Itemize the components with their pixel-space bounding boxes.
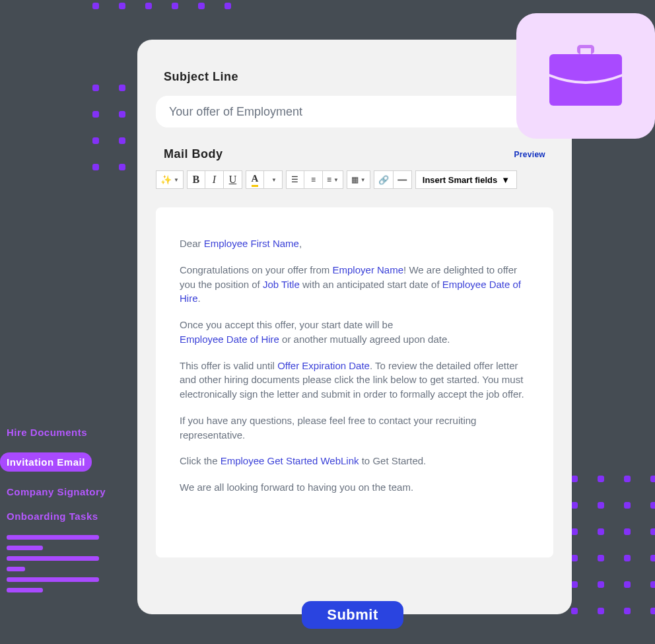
italic-button[interactable]: I (205, 170, 224, 189)
subject-input[interactable]: Your offer of Employment (156, 96, 559, 127)
insert-smart-fields-button[interactable]: Insert Smart fields ▼ (415, 170, 517, 189)
decorative-dots-right (571, 476, 655, 634)
mail-paragraph-5: Click the Employee Get Started WebLink t… (180, 454, 530, 468)
font-color-button[interactable]: A (246, 170, 264, 189)
decorative-dots-top (92, 3, 231, 29)
smart-field-employer-name: Employer Name (333, 264, 404, 275)
mail-paragraph-3: This offer is valid until Offer Expirati… (180, 359, 530, 402)
font-color-dropdown[interactable]: ▼ (264, 170, 283, 189)
smart-field-offer-expiration: Offer Expiration Date (277, 360, 370, 371)
submit-button[interactable]: Submit (302, 601, 403, 629)
numbered-list-icon: ≡ (311, 175, 316, 184)
smart-field-get-started-link: Employee Get Started WebLink (221, 455, 359, 466)
bullet-list-icon: ☰ (291, 175, 298, 184)
bold-button[interactable]: B (187, 170, 205, 189)
chevron-down-icon: ▼ (501, 175, 510, 185)
align-button[interactable]: ≡▼ (323, 170, 343, 189)
mail-body-editor[interactable]: Dear Employee First Name, Congratulation… (156, 207, 553, 557)
preview-link[interactable]: Preview (514, 150, 545, 159)
mail-greeting: Dear Employee First Name, (180, 236, 530, 251)
mail-paragraph-2: Once you accept this offer, your start d… (180, 318, 530, 347)
subject-line-label: Subject Line (164, 70, 545, 84)
numbered-list-button[interactable]: ≡ (304, 170, 323, 189)
table-button[interactable]: ▦▼ (347, 170, 370, 189)
sidebar-item-invitation-email[interactable]: Invitation Email (0, 452, 92, 472)
briefcase-card (516, 13, 655, 139)
table-icon: ▦ (351, 175, 359, 184)
sidebar-item-company-signatory[interactable]: Company Signatory (0, 482, 132, 501)
editor-toolbar: ✨▼ B I U A ▼ ☰ ≡ ≡▼ ▦▼ 🔗 — Insert Smart … (156, 170, 553, 189)
underline-button[interactable]: U (224, 170, 242, 189)
sidebar-item-hire-documents[interactable]: Hire Documents (0, 423, 132, 442)
link-icon: 🔗 (378, 175, 389, 185)
horizontal-rule-button[interactable]: — (394, 170, 412, 189)
sidebar-nav: Hire Documents Invitation Email Company … (0, 417, 132, 598)
mail-paragraph-4: If you have any questions, please feel f… (180, 413, 530, 443)
smart-field-job-title: Job Title (263, 279, 300, 290)
bullet-list-button[interactable]: ☰ (286, 170, 304, 189)
mail-body-label: Mail Body (164, 147, 223, 161)
decorative-dots-left (92, 85, 125, 190)
link-button[interactable]: 🔗 (374, 170, 394, 189)
mail-paragraph-6: We are all looking forward to having you… (180, 480, 530, 495)
briefcase-icon (549, 45, 622, 108)
smart-field-employee-first-name: Employee First Name (204, 238, 299, 249)
magic-format-button[interactable]: ✨▼ (156, 170, 184, 189)
hr-icon: — (397, 174, 407, 185)
sidebar-placeholder-lines (0, 535, 132, 592)
email-editor-card: Subject Line Your offer of Employment Ma… (137, 40, 572, 614)
subject-input-value: Your offer of Employment (169, 105, 302, 119)
mail-paragraph-1: Congratulations on your offer from Emplo… (180, 263, 530, 306)
sidebar-item-onboarding-tasks[interactable]: Onboarding Tasks (0, 507, 132, 526)
smart-field-hire-date-2: Employee Date of Hire (180, 334, 279, 345)
insert-smart-fields-label: Insert Smart fields (423, 175, 497, 185)
align-icon: ≡ (327, 175, 331, 184)
wand-icon: ✨ (160, 174, 172, 185)
